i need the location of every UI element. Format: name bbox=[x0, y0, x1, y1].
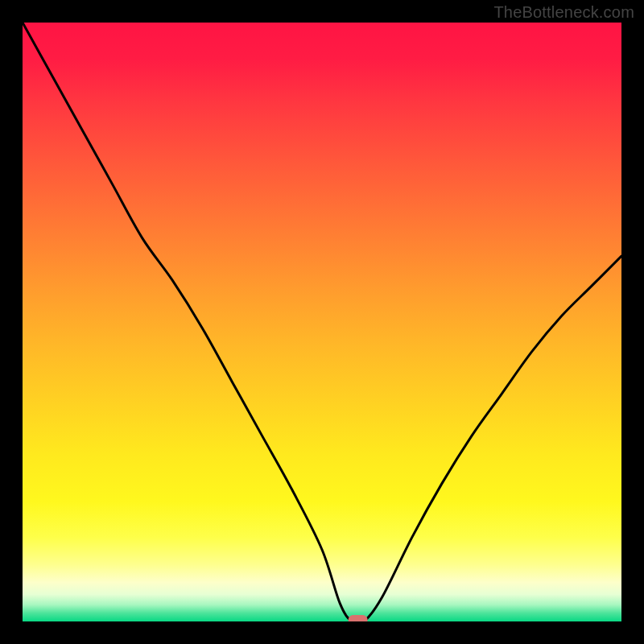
watermark-label: TheBottleneck.com bbox=[493, 3, 634, 22]
gradient-background bbox=[23, 23, 621, 621]
minimum-marker bbox=[349, 615, 368, 621]
plot-area bbox=[23, 23, 621, 621]
chart-frame: TheBottleneck.com bbox=[0, 0, 644, 644]
chart-svg bbox=[23, 23, 621, 621]
